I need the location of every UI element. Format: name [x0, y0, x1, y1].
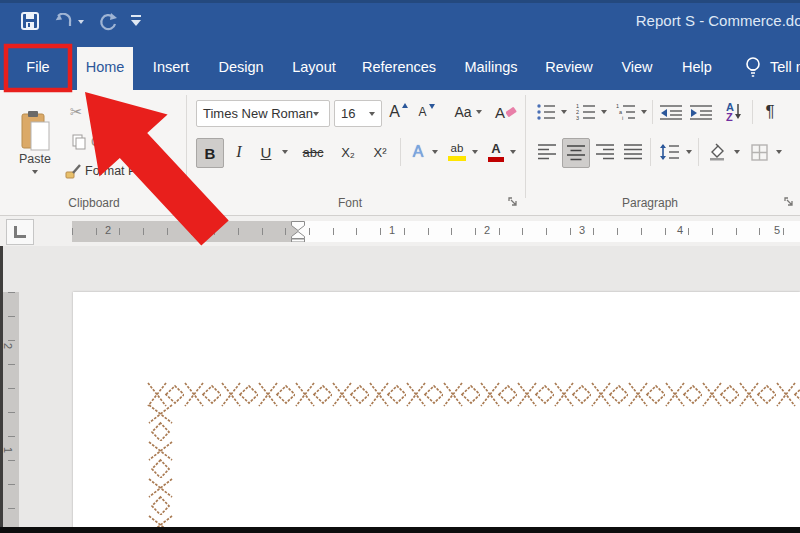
- format-painter-button[interactable]: Format Painter: [64, 160, 168, 182]
- small-separator: [652, 100, 653, 124]
- numbering-chevron-icon[interactable]: [601, 110, 607, 114]
- ruler-number: 1: [389, 224, 395, 236]
- tab-help[interactable]: Help: [674, 45, 720, 90]
- undo-icon[interactable]: [53, 13, 73, 29]
- ribbon-tab-row: File Home Insert Design Layout Reference…: [0, 45, 800, 90]
- paragraph-dialog-launcher-icon[interactable]: [784, 197, 796, 209]
- superscript-button[interactable]: X²: [366, 138, 394, 166]
- line-spacing-chevron-icon[interactable]: [686, 150, 692, 154]
- justify-button[interactable]: [620, 138, 646, 166]
- left-indent-marker[interactable]: [292, 239, 305, 242]
- font-size-value: 16: [335, 106, 369, 121]
- align-center-button[interactable]: [562, 138, 590, 168]
- change-case-button[interactable]: Aa: [448, 98, 488, 126]
- document-page[interactable]: [73, 292, 800, 533]
- borders-button[interactable]: [746, 138, 772, 166]
- subscript-button[interactable]: X₂: [334, 138, 362, 166]
- font-size-combobox[interactable]: 16: [334, 100, 382, 127]
- increase-indent-button[interactable]: [688, 100, 714, 124]
- font-color-label: A: [491, 143, 500, 155]
- tab-stop-icon: [14, 226, 26, 238]
- redo-icon[interactable]: [98, 12, 118, 32]
- sort-arrow-icon: [734, 103, 742, 121]
- highlight-color-bar: [448, 156, 466, 161]
- sort-button[interactable]: A Z: [720, 98, 748, 126]
- cut-scissors-icon: ✂: [70, 103, 83, 121]
- show-hide-marks-button[interactable]: ¶: [758, 98, 782, 126]
- text-highlight-chevron-icon[interactable]: [472, 150, 478, 154]
- font-name-combobox[interactable]: Times New Roman: [196, 100, 330, 127]
- hanging-indent-marker[interactable]: [292, 232, 305, 239]
- tab-references[interactable]: References: [355, 45, 443, 90]
- window-top-edge: [0, 0, 800, 3]
- paragraph-group-label: Paragraph: [560, 196, 740, 210]
- bold-button[interactable]: B: [196, 138, 224, 168]
- page-border-art-top: [147, 381, 800, 408]
- ruler-number: 4: [677, 224, 683, 236]
- font-size-dropdown-chevron-icon: [369, 112, 375, 116]
- text-highlight-button[interactable]: ab: [444, 138, 470, 166]
- customize-quick-access-icon[interactable]: [130, 15, 142, 28]
- svg-text:3: 3: [576, 115, 579, 121]
- tell-me-label[interactable]: Tell me what you want to do: [770, 45, 800, 90]
- tell-me-lightbulb-icon[interactable]: [745, 56, 761, 80]
- text-effects-button[interactable]: A: [406, 138, 430, 166]
- tab-file[interactable]: File: [6, 45, 70, 90]
- font-name-dropdown-chevron-icon: [313, 112, 319, 116]
- underline-chevron-icon[interactable]: [282, 150, 288, 154]
- align-left-button[interactable]: [534, 138, 560, 166]
- indent-markers[interactable]: [291, 221, 306, 242]
- first-line-indent-marker[interactable]: [292, 222, 305, 231]
- shrink-font-button[interactable]: A: [414, 98, 440, 126]
- ruler-number: 5: [774, 224, 780, 236]
- shading-chevron-icon[interactable]: [734, 150, 740, 154]
- align-right-button[interactable]: [592, 138, 618, 166]
- font-color-bar: [488, 157, 504, 162]
- tab-selector-button[interactable]: [6, 219, 34, 245]
- bullets-chevron-icon[interactable]: [561, 110, 567, 114]
- grow-font-button[interactable]: A: [386, 98, 412, 126]
- font-color-button[interactable]: A: [484, 138, 508, 166]
- align-left-icon: [538, 144, 556, 160]
- format-painter-label: Format Painter: [85, 164, 168, 178]
- tab-mailings[interactable]: Mailings: [455, 45, 527, 90]
- paste-button[interactable]: Paste: [8, 96, 62, 188]
- borders-chevron-icon[interactable]: [776, 150, 782, 154]
- tab-review[interactable]: Review: [537, 45, 601, 90]
- underline-button[interactable]: U: [254, 138, 278, 166]
- line-spacing-button[interactable]: [656, 138, 682, 166]
- window-bottom-edge: [0, 527, 800, 533]
- text-highlight-label: ab: [451, 143, 464, 154]
- italic-button[interactable]: I: [228, 138, 250, 166]
- clipboard-dialog-launcher-icon[interactable]: [166, 197, 178, 209]
- tab-home[interactable]: Home: [77, 45, 133, 90]
- multilevel-list-button[interactable]: 1ai: [614, 100, 638, 124]
- tab-layout[interactable]: Layout: [283, 45, 345, 90]
- multilevel-list-chevron-icon[interactable]: [641, 110, 647, 114]
- numbering-button[interactable]: 123: [574, 100, 598, 124]
- decrease-indent-icon: [660, 104, 682, 120]
- decrease-indent-button[interactable]: [658, 100, 684, 124]
- tab-insert[interactable]: Insert: [142, 45, 200, 90]
- strikethrough-button[interactable]: abc: [296, 138, 330, 166]
- shading-button[interactable]: [704, 138, 730, 166]
- change-case-chevron-icon: [476, 110, 482, 114]
- save-icon[interactable]: [21, 12, 39, 30]
- grow-font-arrow-icon: [401, 102, 409, 110]
- tab-view[interactable]: View: [614, 45, 660, 90]
- copy-button[interactable]: Copy: [72, 132, 120, 152]
- font-dialog-launcher-icon[interactable]: [508, 197, 520, 209]
- cut-label: Cut: [89, 105, 108, 119]
- shrink-font-label: A: [418, 105, 426, 119]
- font-color-chevron-icon[interactable]: [510, 150, 516, 154]
- small-separator: [752, 100, 753, 124]
- tab-design[interactable]: Design: [209, 45, 273, 90]
- text-effects-chevron-icon[interactable]: [432, 150, 438, 154]
- undo-dropdown-chevron-icon[interactable]: [78, 20, 84, 24]
- copy-pages-icon: [72, 134, 86, 150]
- cut-button[interactable]: ✂ Cut: [70, 102, 108, 122]
- pilcrow-icon: ¶: [765, 102, 774, 122]
- clipboard-group-label: Clipboard: [8, 196, 180, 210]
- bullets-button[interactable]: [534, 100, 558, 124]
- clear-formatting-button[interactable]: A: [492, 98, 520, 126]
